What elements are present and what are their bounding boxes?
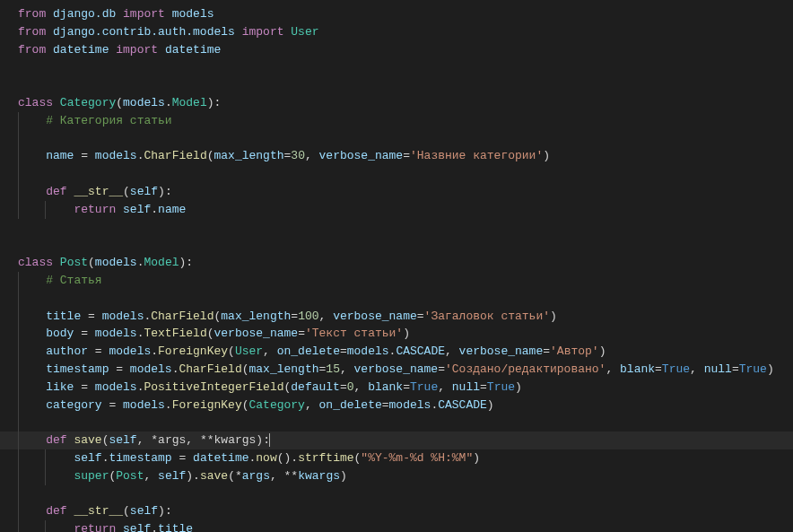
blank-line [0,130,793,148]
code-line: self.timestamp = datetime.now().strftime… [0,449,793,467]
code-line: like = models.PositiveIntegerField(defau… [0,379,793,397]
blank-line [0,219,793,237]
comment: # Категория статьи [46,114,171,127]
blank-line [0,236,793,254]
code-line: author = models.ForeignKey(User, on_dele… [0,343,793,361]
blank-line [0,290,793,308]
code-line: title = models.CharField(max_length=100,… [0,308,793,326]
code-line: return self.name [0,201,793,219]
code-line-active: def save(self, *args, **kwargs): [0,432,793,449]
code-line: return self.title [0,520,793,532]
cursor-icon [269,433,270,447]
code-line: from django.db import models [0,5,793,23]
code-line: # Статья [0,272,793,290]
code-line: from datetime import datetime [0,41,793,59]
code-editor[interactable]: from django.db import models from django… [0,5,793,532]
code-line: def __str__(self): [0,502,793,520]
code-line: name = models.CharField(max_length=30, v… [0,147,793,165]
code-line: class Post(models.Model): [0,254,793,272]
code-line: def __str__(self): [0,183,793,201]
code-line: timestamp = models.CharField(max_length=… [0,361,793,379]
code-line: category = models.ForeignKey(Category, o… [0,397,793,414]
blank-line [0,414,793,432]
blank-line [0,58,793,76]
blank-line [0,485,793,503]
code-line: super(Post, self).save(*args, **kwargs) [0,467,793,485]
keyword: import [123,7,165,21]
keyword: from [18,7,46,21]
code-line: from django.contrib.auth.models import U… [0,23,793,41]
identifier: models [172,7,214,21]
code-line: class Category(models.Model): [0,94,793,112]
blank-line [0,165,793,183]
comment: # Статья [46,274,101,287]
code-line: # Категория статьи [0,112,793,130]
blank-line [0,76,793,94]
code-line: body = models.TextField(verbose_name='Те… [0,325,793,343]
module: django.db [53,7,116,21]
